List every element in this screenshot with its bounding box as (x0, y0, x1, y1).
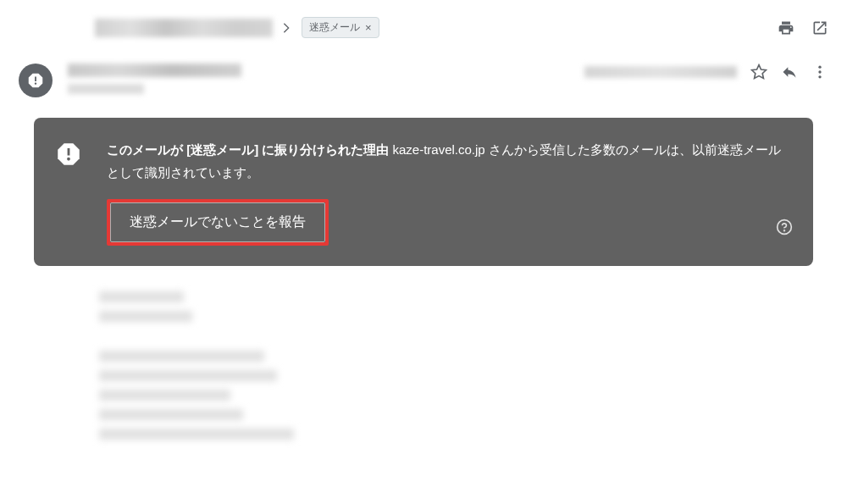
sender-name-blurred (68, 64, 241, 77)
sender-info (68, 64, 241, 94)
open-new-window-icon[interactable] (811, 19, 828, 36)
body-line-blurred (99, 291, 184, 302)
spam-label-chip[interactable]: 迷惑メール × (302, 17, 379, 38)
subject-text-blurred (95, 19, 273, 37)
svg-point-1 (818, 66, 821, 69)
sender-avatar-warning (19, 64, 53, 97)
spam-warning-banner: このメールが [迷惑メール] に振り分けられた理由 kaze-travel.co… (34, 118, 813, 266)
date-blurred (584, 66, 737, 78)
more-icon[interactable] (811, 64, 828, 80)
body-line-blurred (99, 390, 230, 401)
label-chip-text: 迷惑メール (309, 20, 360, 35)
svg-marker-0 (752, 65, 767, 79)
star-icon[interactable] (750, 64, 767, 80)
body-line-blurred (99, 351, 264, 362)
print-icon[interactable] (778, 19, 794, 36)
sender-row (19, 64, 828, 97)
body-line-blurred (99, 429, 294, 440)
email-body-blurred (19, 291, 828, 440)
sender-actions (584, 64, 828, 80)
spam-banner-content: このメールが [迷惑メール] に振り分けられた理由 kaze-travel.co… (107, 138, 793, 246)
subject-header-row: 迷惑メール × (19, 17, 828, 38)
svg-point-5 (784, 230, 785, 231)
svg-point-2 (818, 70, 821, 73)
header-actions (778, 19, 828, 36)
help-icon[interactable] (776, 219, 793, 239)
report-not-spam-button[interactable]: 迷惑メールでないことを報告 (110, 202, 325, 242)
recipient-blurred (68, 84, 144, 94)
not-spam-highlight-box: 迷惑メールでないことを報告 (107, 199, 329, 246)
body-line-blurred (99, 409, 243, 420)
warning-octagon-icon (54, 140, 83, 172)
remove-label-icon[interactable]: × (365, 21, 372, 34)
chevron-icon (280, 21, 293, 35)
body-line-blurred (99, 311, 192, 322)
body-line-blurred (99, 370, 277, 381)
reply-icon[interactable] (781, 64, 798, 80)
spam-reason-text: このメールが [迷惑メール] に振り分けられた理由 kaze-travel.co… (107, 138, 793, 184)
svg-point-3 (818, 75, 821, 78)
